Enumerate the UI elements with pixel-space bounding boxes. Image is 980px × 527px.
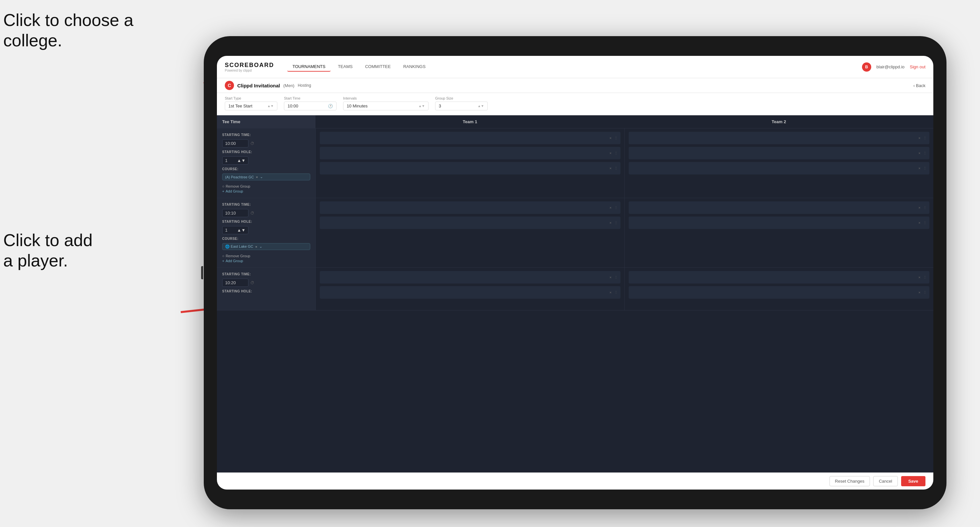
slot-x-5-1[interactable]: × <box>609 275 612 279</box>
sub-header-left: C Clippd Invitational (Men) Hosting <box>225 81 311 90</box>
navbar: SCOREBOARD Powered by clippd TOURNAMENTS… <box>217 56 933 78</box>
tee-table-header: Tee Time Team 1 Team 2 <box>217 115 933 129</box>
tournament-name: Clippd Invitational <box>237 83 280 88</box>
course-expand-1[interactable]: ⌄ <box>260 175 263 179</box>
nav-links: TOURNAMENTS TEAMS COMMITTEE RANKINGS <box>287 62 862 71</box>
cancel-button[interactable]: Cancel <box>873 476 897 486</box>
annotation-add-player: Click to add a player. <box>3 230 93 271</box>
player-slot-6-1[interactable]: × ⋮ <box>629 271 929 284</box>
nav-link-tournaments[interactable]: TOURNAMENTS <box>287 62 331 71</box>
sign-out-link[interactable]: Sign out <box>910 64 926 69</box>
player-slot-4-1[interactable]: × ⋮ <box>629 202 929 214</box>
nav-link-rankings[interactable]: RANKINGS <box>398 62 431 71</box>
player-slot-6-2[interactable]: × ⋮ <box>629 286 929 298</box>
save-button[interactable]: Save <box>901 476 926 486</box>
slot-dots-1-2[interactable]: ⋮ <box>614 151 618 156</box>
slot-x-2-1[interactable]: × <box>918 136 921 140</box>
player-slot-1-2[interactable]: × ⋮ <box>320 147 620 159</box>
slot-dots-3-2[interactable]: ⋮ <box>614 221 618 225</box>
annotation-line4: a player. <box>3 251 68 270</box>
nav-link-teams[interactable]: TEAMS <box>332 62 358 71</box>
add-group-btn-2[interactable]: + Add Group <box>222 259 310 263</box>
slot-dots-2-2[interactable]: ⋮ <box>923 151 927 156</box>
hosting-badge: Hosting <box>298 83 311 88</box>
slot-x-1-3[interactable]: × <box>609 166 612 170</box>
tee-side-3: STARTING TIME: 10:20 ⏱ STARTING HOLE: <box>217 268 315 310</box>
team2-col-3: × ⋮ × ⋮ <box>624 268 933 310</box>
slot-dots-2-3[interactable]: ⋮ <box>923 166 927 170</box>
back-button[interactable]: ‹ Back <box>913 83 926 88</box>
course-label-2: COURSE: <box>222 237 310 241</box>
group-size-input[interactable]: 3 ▲▼ <box>435 102 488 110</box>
slot-x-2-3[interactable]: × <box>918 166 921 170</box>
sub-header: C Clippd Invitational (Men) Hosting ‹ Ba… <box>217 78 933 93</box>
reset-changes-button[interactable]: Reset Changes <box>829 476 870 486</box>
player-slot-3-2[interactable]: × ⋮ <box>320 216 620 229</box>
intervals-label: Intervals <box>343 96 428 100</box>
time-icon-1: ⏱ <box>250 141 255 146</box>
slot-x-6-2[interactable]: × <box>918 290 921 294</box>
slot-dots-6-2[interactable]: ⋮ <box>923 290 927 295</box>
slot-x-5-2[interactable]: × <box>609 290 612 294</box>
start-type-input[interactable]: 1st Tee Start ▲▼ <box>225 102 277 110</box>
col-team1: Team 1 <box>315 115 624 129</box>
player-slot-1-1[interactable]: × ⋮ <box>320 132 620 144</box>
team1-col-3: × ⋮ × ⋮ <box>315 268 624 310</box>
nav-link-committee[interactable]: COMMITTEE <box>360 62 396 71</box>
controls-row: Start Type 1st Tee Start ▲▼ Start Time 1… <box>217 93 933 115</box>
start-time-input[interactable]: 10:00 🕐 <box>284 102 337 110</box>
time-input-1[interactable]: 10:00 <box>222 139 248 148</box>
player-slot-5-1[interactable]: × ⋮ <box>320 271 620 284</box>
slot-x-3-1[interactable]: × <box>609 206 612 210</box>
slot-x-2-2[interactable]: × <box>918 151 921 155</box>
team2-col-1: × ⋮ × ⋮ × ⋮ <box>624 129 933 198</box>
player-slot-3-1[interactable]: × ⋮ <box>320 202 620 214</box>
time-field-2: 10:10 ⏱ <box>222 209 310 217</box>
slot-dots-6-1[interactable]: ⋮ <box>923 275 927 279</box>
annotation-line3: Click to add <box>3 231 93 250</box>
time-icon-2: ⏱ <box>250 211 255 216</box>
hole-select-1[interactable]: 1 ▲▼ <box>222 156 248 165</box>
starting-hole-label-2: STARTING HOLE: <box>222 220 310 224</box>
course-expand-2[interactable]: ⌄ <box>259 244 262 249</box>
course-remove-1[interactable]: × <box>256 175 258 179</box>
slot-x-4-1[interactable]: × <box>918 206 921 210</box>
start-type-group: Start Type 1st Tee Start ▲▼ <box>225 96 277 110</box>
slot-dots-2-1[interactable]: ⋮ <box>923 136 927 140</box>
slot-dots-4-1[interactable]: ⋮ <box>923 206 927 210</box>
slot-x-6-1[interactable]: × <box>918 275 921 279</box>
player-slot-2-3[interactable]: × ⋮ <box>629 162 929 175</box>
intervals-input[interactable]: 10 Minutes ▲▼ <box>343 102 428 110</box>
slot-x-1-1[interactable]: × <box>609 136 612 140</box>
player-slot-4-2[interactable]: × ⋮ <box>629 216 929 229</box>
time-icon-3: ⏱ <box>250 281 255 285</box>
col-tee-time: Tee Time <box>217 115 315 129</box>
add-group-btn-1[interactable]: + Add Group <box>222 189 310 193</box>
player-slot-2-1[interactable]: × ⋮ <box>629 132 929 144</box>
player-slot-5-2[interactable]: × ⋮ <box>320 286 620 298</box>
tee-side-2: STARTING TIME: 10:10 ⏱ STARTING HOLE: 1 … <box>217 198 315 267</box>
slot-dots-1-3[interactable]: ⋮ <box>614 166 618 170</box>
slot-dots-1-1[interactable]: ⋮ <box>614 136 618 140</box>
hole-select-2[interactable]: 1 ▲▼ <box>222 226 248 234</box>
course-remove-2[interactable]: × <box>255 245 257 249</box>
remove-group-btn-2[interactable]: ○ Remove Group <box>222 254 310 258</box>
slot-dots-5-1[interactable]: ⋮ <box>614 275 618 279</box>
player-slot-2-2[interactable]: × ⋮ <box>629 147 929 159</box>
slot-x-3-2[interactable]: × <box>609 221 612 225</box>
tablet-frame: SCOREBOARD Powered by clippd TOURNAMENTS… <box>204 36 947 509</box>
team1-col-1: × ⋮ × ⋮ × ⋮ <box>315 129 624 198</box>
time-input-3[interactable]: 10:20 <box>222 279 248 287</box>
course-tag-1[interactable]: (A) Peachtree GC × ⌄ <box>222 173 310 180</box>
slot-dots-3-1[interactable]: ⋮ <box>614 206 618 210</box>
user-avatar: B <box>862 62 871 71</box>
remove-group-btn-1[interactable]: ○ Remove Group <box>222 184 310 188</box>
slot-dots-4-2[interactable]: ⋮ <box>923 221 927 225</box>
time-input-2[interactable]: 10:10 <box>222 209 248 217</box>
slot-dots-5-2[interactable]: ⋮ <box>614 290 618 295</box>
course-label-1: COURSE: <box>222 167 310 171</box>
slot-x-4-2[interactable]: × <box>918 221 921 225</box>
slot-x-1-2[interactable]: × <box>609 151 612 155</box>
player-slot-1-3[interactable]: × ⋮ <box>320 162 620 175</box>
course-tag-2[interactable]: 🌐 East Lake GC × ⌄ <box>222 243 310 250</box>
